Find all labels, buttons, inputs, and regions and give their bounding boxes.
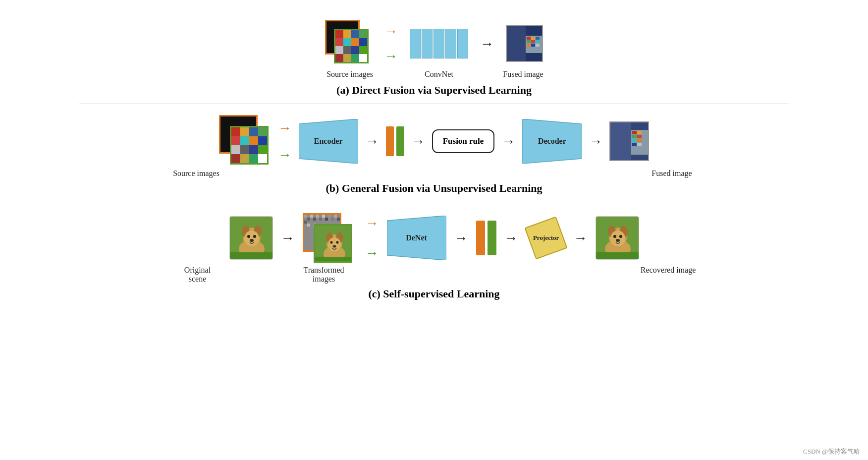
dog-recovered-svg (596, 217, 639, 260)
conv-strip-2 (422, 29, 433, 58)
svg-rect-37 (307, 218, 310, 221)
svg-rect-5 (536, 37, 540, 40)
conv-strip-4 (445, 29, 456, 58)
arrow-denet-bars: → (454, 230, 468, 246)
bar-orange-b (386, 126, 394, 156)
arrow-feat-fusion: → (411, 133, 425, 149)
projector-box: Projector (524, 216, 567, 259)
fused-image-b (609, 121, 649, 161)
diagram-a: → → → (325, 20, 543, 67)
arrows-b: → → (278, 120, 292, 163)
arrow-dec-fused: → (589, 133, 602, 149)
arrow-to-fused-a: → (480, 36, 494, 52)
arrow-orig-trans: → (281, 230, 295, 246)
denet-label: DeNet (406, 233, 427, 242)
section-b: → → Encoder → → Fusion rule → (40, 115, 828, 206)
title-b: (b) General Fusion via Unsupervised Lear… (326, 182, 542, 195)
recovered-image (596, 216, 639, 260)
label-fused-b: Fused image (651, 169, 692, 177)
svg-rect-38 (310, 215, 313, 218)
svg-rect-39 (313, 218, 316, 221)
arrow-green-c: → (365, 245, 379, 261)
svg-rect-22 (637, 139, 642, 142)
svg-point-33 (250, 239, 254, 242)
bar-green-b (396, 126, 404, 156)
feature-bars-b (386, 126, 404, 156)
svg-rect-50 (310, 221, 313, 224)
svg-rect-21 (632, 139, 637, 142)
source-front-b (230, 126, 269, 165)
watermark: CSDN @保持客气哈 (803, 447, 860, 456)
transformed-images (303, 213, 357, 263)
bar-orange-c (476, 221, 485, 255)
svg-point-62 (332, 245, 336, 248)
encoder-label: Encoder (314, 137, 343, 146)
divider-b (79, 202, 789, 202)
arrow-enc-feat: → (365, 133, 379, 149)
feature-bars-c (476, 221, 496, 255)
conv-strip-5 (457, 29, 468, 58)
svg-rect-42 (322, 215, 325, 218)
svg-rect-15 (610, 122, 631, 161)
svg-point-70 (610, 230, 625, 246)
svg-rect-43 (325, 218, 328, 221)
arrow-green-a: → (384, 48, 398, 64)
title-c: (c) Self-supervised Learning (368, 288, 499, 300)
arrow-proj-recovered: → (574, 230, 588, 246)
arrow-orange-a: → (384, 23, 398, 39)
label-fused-a: Fused image (503, 70, 543, 78)
convnet-block (410, 29, 468, 58)
svg-rect-48 (304, 221, 307, 224)
projector-wrapper: Projector (526, 218, 566, 258)
svg-rect-10 (531, 44, 535, 47)
denet-wrapper: DeNet (387, 216, 446, 260)
arrows-to-convnet: → → (384, 23, 398, 64)
svg-point-71 (613, 235, 616, 238)
colorbar-b (231, 127, 267, 163)
svg-rect-17 (632, 131, 637, 134)
svg-rect-36 (304, 215, 307, 218)
label-source-a: Source images (326, 70, 373, 78)
svg-rect-40 (316, 215, 319, 218)
section-a: → → → (40, 15, 828, 108)
diagram-b: → → Encoder → → Fusion rule → (219, 115, 650, 167)
svg-point-31 (247, 235, 250, 238)
colorbar-a (335, 30, 367, 62)
svg-rect-49 (307, 224, 310, 227)
divider-a (79, 104, 789, 104)
svg-rect-4 (531, 37, 535, 40)
svg-rect-20 (637, 135, 642, 138)
svg-rect-6 (527, 40, 531, 43)
arrow-fusion-dec: → (501, 133, 515, 149)
svg-rect-24 (637, 143, 642, 146)
decoder-wrapper: Decoder (522, 119, 582, 164)
conv-strip-1 (410, 29, 421, 58)
original-scene (229, 216, 273, 260)
svg-rect-1 (507, 26, 526, 62)
svg-point-30 (244, 230, 259, 246)
svg-rect-19 (632, 135, 637, 138)
arrow-orange-c: → (365, 215, 379, 231)
svg-rect-11 (536, 44, 540, 47)
svg-point-32 (253, 235, 256, 238)
section-c: → (40, 213, 828, 300)
svg-point-72 (619, 235, 622, 238)
arrow-green-b: → (278, 147, 292, 163)
source-images-b (219, 115, 271, 167)
svg-rect-45 (331, 218, 334, 221)
svg-rect-74 (596, 252, 639, 260)
svg-rect-9 (527, 44, 531, 47)
svg-rect-63 (315, 257, 352, 263)
svg-rect-47 (337, 218, 340, 221)
label-recovered: Recovered image (641, 266, 696, 274)
arrow-bars-proj: → (504, 230, 518, 246)
decoder-label: Decoder (538, 137, 566, 146)
svg-rect-46 (334, 215, 337, 218)
label-convnet: ConvNet (425, 70, 453, 78)
svg-point-60 (330, 241, 332, 244)
projector-label: Projector (533, 234, 558, 242)
dog-original-svg (230, 217, 273, 260)
source-images-a (325, 20, 372, 67)
arrows-c: → → (365, 215, 379, 261)
svg-rect-18 (637, 131, 642, 134)
